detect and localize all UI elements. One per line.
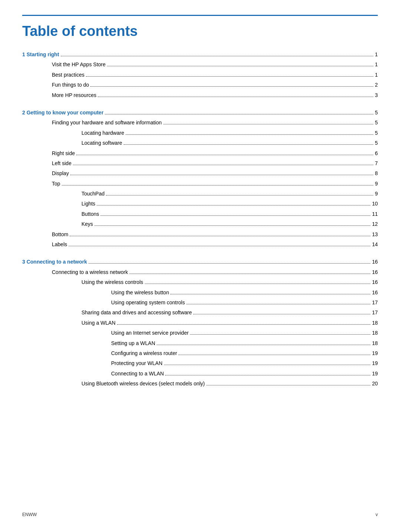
toc-dots — [89, 263, 370, 264]
toc-entry: More HP resources3 — [22, 91, 378, 99]
toc-page: 5 — [375, 139, 378, 147]
toc-page: 11 — [372, 210, 378, 218]
toc-entry: Using an Internet service provider18 — [22, 329, 378, 337]
toc-page: 5 — [375, 118, 378, 127]
footer-right: v — [376, 512, 378, 517]
toc-entry: Best practices1 — [22, 71, 378, 79]
toc-dots — [164, 365, 371, 365]
toc-page: 12 — [372, 220, 378, 228]
toc-dots — [126, 134, 373, 135]
toc-label: Locating software — [81, 139, 122, 147]
toc-dots — [105, 114, 373, 114]
toc-dots — [157, 345, 370, 345]
toc-label: Visit the HP Apps Store — [52, 60, 106, 68]
toc-label: Right side — [52, 149, 75, 157]
toc-dots — [165, 375, 370, 375]
toc-entry: Sharing data and drives and accessing so… — [22, 308, 378, 317]
toc-label: Labels — [52, 240, 67, 248]
toc-dots — [69, 246, 370, 246]
toc-label: Lights — [81, 200, 95, 208]
toc-entry: Locating software5 — [22, 139, 378, 147]
toc-page: 13 — [372, 230, 378, 238]
toc-page: 3 — [375, 91, 378, 99]
toc-label: Top — [52, 180, 60, 188]
toc-page: 7 — [375, 159, 378, 167]
toc-page: 16 — [372, 278, 378, 286]
toc-entry: Using Bluetooth wireless devices (select… — [22, 379, 378, 388]
toc-label: TouchPad — [81, 190, 104, 198]
toc-dots — [107, 66, 373, 66]
toc-entry: Using the wireless controls16 — [22, 278, 378, 286]
toc-page: 5 — [375, 129, 378, 137]
toc-entry: Configuring a wireless router19 — [22, 349, 378, 357]
toc-dots — [94, 225, 370, 226]
toc-dots — [186, 304, 370, 304]
toc-label: More HP resources — [52, 91, 96, 99]
toc-page: 14 — [372, 240, 378, 248]
toc-label: 1 Starting right — [22, 50, 59, 58]
toc-entry: Fun things to do2 — [22, 81, 378, 89]
toc-entry: Top9 — [22, 180, 378, 188]
toc-entry: Finding your hardware and software infor… — [22, 118, 378, 127]
toc-dots — [61, 56, 374, 56]
toc-dots — [90, 86, 373, 87]
toc-page: 8 — [375, 169, 378, 177]
toc-label: Bottom — [52, 230, 68, 238]
toc-dots — [76, 155, 373, 155]
toc-page: 1 — [375, 71, 378, 79]
toc-dots — [62, 185, 374, 185]
toc-page: 16 — [372, 268, 378, 276]
toc-label: Configuring a wireless router — [111, 349, 177, 357]
toc-entry: Connecting to a wireless network16 — [22, 268, 378, 276]
toc-dots — [163, 124, 374, 124]
toc-label: Using a WLAN — [81, 319, 116, 327]
toc-dots — [73, 165, 373, 165]
toc-page: 16 — [372, 258, 378, 266]
toc-page: 19 — [372, 349, 378, 357]
toc-dots — [86, 76, 373, 77]
toc-page: 18 — [372, 319, 378, 327]
toc-label: Using Bluetooth wireless devices (select… — [81, 379, 205, 388]
toc-entry: Setting up a WLAN18 — [22, 339, 378, 347]
toc-dots — [179, 355, 370, 355]
toc-dots — [129, 274, 370, 274]
toc-label: Display — [52, 169, 69, 177]
toc-page: 19 — [372, 359, 378, 367]
toc-page: 20 — [372, 379, 378, 388]
toc-label: 2 Getting to know your computer — [22, 108, 103, 117]
toc-page: 1 — [375, 60, 378, 68]
toc-dots — [117, 324, 371, 325]
toc-container: 1 Starting right1Visit the HP Apps Store… — [22, 50, 378, 388]
toc-dots — [97, 205, 370, 205]
toc-label: Best practices — [52, 71, 84, 79]
toc-entry: Protecting your WLAN19 — [22, 359, 378, 367]
toc-label: Sharing data and drives and accessing so… — [81, 308, 192, 317]
toc-page: 6 — [375, 149, 378, 157]
toc-entry: Using a WLAN18 — [22, 319, 378, 327]
toc-page: 5 — [375, 108, 378, 117]
toc-entry: Using operating system controls17 — [22, 298, 378, 307]
footer-left: ENWW — [22, 512, 37, 517]
toc-label: Using an Internet service provider — [111, 329, 189, 337]
toc-entry: Buttons11 — [22, 210, 378, 218]
toc-dots — [193, 314, 370, 314]
top-border — [22, 15, 378, 16]
toc-label: Connecting to a WLAN — [111, 369, 164, 378]
toc-entry: Keys12 — [22, 220, 378, 228]
page-title: Table of contents — [22, 23, 378, 39]
footer: ENWW v — [22, 512, 378, 517]
toc-entry: Lights10 — [22, 200, 378, 208]
toc-dots — [124, 144, 373, 145]
toc-entry: Using the wireless button16 — [22, 288, 378, 297]
toc-label: Keys — [81, 220, 93, 228]
toc-label: Left side — [52, 159, 71, 167]
toc-label: Setting up a WLAN — [111, 339, 155, 347]
toc-page: 18 — [372, 339, 378, 347]
toc-dots — [206, 385, 370, 385]
toc-label: Using the wireless button — [111, 288, 169, 297]
toc-entry: Display8 — [22, 169, 378, 177]
toc-dots — [100, 215, 370, 216]
toc-page: 18 — [372, 329, 378, 337]
toc-label: Protecting your WLAN — [111, 359, 163, 367]
toc-entry: 2 Getting to know your computer5 — [22, 108, 378, 117]
